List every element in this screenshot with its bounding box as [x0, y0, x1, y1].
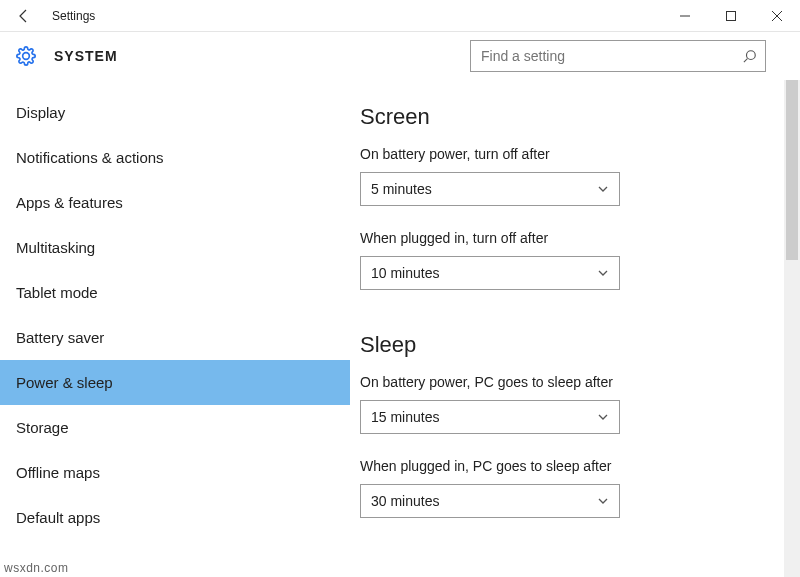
- sidebar-item-storage[interactable]: Storage: [0, 405, 350, 450]
- chevron-down-icon: [597, 183, 609, 195]
- sidebar-item-tablet-mode[interactable]: Tablet mode: [0, 270, 350, 315]
- header: SYSTEM: [0, 32, 800, 80]
- select-value: 30 minutes: [371, 493, 439, 509]
- sidebar-item-battery-saver[interactable]: Battery saver: [0, 315, 350, 360]
- sidebar-item-offline-maps[interactable]: Offline maps: [0, 450, 350, 495]
- window-controls: [662, 0, 800, 32]
- content-pane: Screen On battery power, turn off after …: [350, 80, 800, 577]
- select-value: 15 minutes: [371, 409, 439, 425]
- sidebar-item-label: Multitasking: [16, 239, 95, 256]
- sidebar-item-label: Notifications & actions: [16, 149, 164, 166]
- search-input[interactable]: [471, 41, 765, 71]
- sleep-battery-select[interactable]: 15 minutes: [360, 400, 620, 434]
- minimize-button[interactable]: [662, 0, 708, 32]
- sidebar-item-default-apps[interactable]: Default apps: [0, 495, 350, 540]
- screen-battery-label: On battery power, turn off after: [360, 146, 800, 162]
- screen-battery-select[interactable]: 5 minutes: [360, 172, 620, 206]
- scrollbar-thumb[interactable]: [786, 80, 798, 260]
- chevron-down-icon: [597, 495, 609, 507]
- sidebar-item-label: Display: [16, 104, 65, 121]
- svg-point-1: [747, 51, 756, 60]
- search-icon: [743, 49, 757, 63]
- category-title: SYSTEM: [54, 48, 118, 64]
- sidebar-item-multitasking[interactable]: Multitasking: [0, 225, 350, 270]
- window-title: Settings: [48, 9, 662, 23]
- sidebar-item-label: Apps & features: [16, 194, 123, 211]
- sleep-plugged-select[interactable]: 30 minutes: [360, 484, 620, 518]
- sidebar-item-label: Offline maps: [16, 464, 100, 481]
- section-heading-screen: Screen: [360, 104, 800, 130]
- sleep-plugged-label: When plugged in, PC goes to sleep after: [360, 458, 800, 474]
- sleep-battery-label: On battery power, PC goes to sleep after: [360, 374, 800, 390]
- sidebar-item-display[interactable]: Display: [0, 90, 350, 135]
- titlebar: Settings: [0, 0, 800, 32]
- back-button[interactable]: [0, 0, 48, 32]
- screen-plugged-label: When plugged in, turn off after: [360, 230, 800, 246]
- sidebar-item-label: Default apps: [16, 509, 100, 526]
- maximize-button[interactable]: [708, 0, 754, 32]
- sidebar-item-label: Power & sleep: [16, 374, 113, 391]
- svg-rect-0: [727, 11, 736, 20]
- gear-icon: [14, 44, 38, 68]
- chevron-down-icon: [597, 411, 609, 423]
- sidebar: Display Notifications & actions Apps & f…: [0, 80, 350, 577]
- sidebar-item-notifications[interactable]: Notifications & actions: [0, 135, 350, 180]
- sidebar-item-power-sleep[interactable]: Power & sleep: [0, 360, 350, 405]
- select-value: 10 minutes: [371, 265, 439, 281]
- chevron-down-icon: [597, 267, 609, 279]
- watermark: wsxdn.com: [4, 561, 69, 575]
- select-value: 5 minutes: [371, 181, 432, 197]
- search-box[interactable]: [470, 40, 766, 72]
- close-button[interactable]: [754, 0, 800, 32]
- section-heading-sleep: Sleep: [360, 332, 800, 358]
- sidebar-item-label: Storage: [16, 419, 69, 436]
- sidebar-item-label: Battery saver: [16, 329, 104, 346]
- screen-plugged-select[interactable]: 10 minutes: [360, 256, 620, 290]
- scrollbar[interactable]: [784, 80, 800, 577]
- sidebar-item-apps[interactable]: Apps & features: [0, 180, 350, 225]
- sidebar-item-label: Tablet mode: [16, 284, 98, 301]
